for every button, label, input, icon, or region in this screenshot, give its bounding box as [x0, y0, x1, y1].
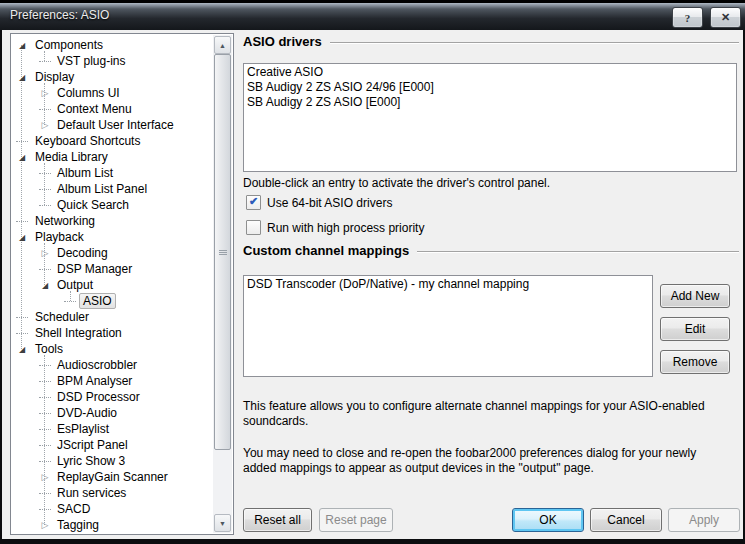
expanded-icon[interactable]: ◢ [16, 153, 28, 162]
tree-item-label: Default User Interface [54, 118, 177, 132]
tree-item-dsp-manager[interactable]: DSP Manager [11, 261, 213, 277]
use-64bit-checkbox[interactable]: ✔ Use 64-bit ASIO drivers [246, 195, 392, 210]
tree-item-label: Display [32, 70, 77, 84]
expanded-icon[interactable]: ◢ [16, 41, 28, 50]
apply-button[interactable]: Apply [668, 508, 740, 532]
tree-connector [64, 301, 76, 302]
help-button[interactable]: ? [672, 7, 703, 28]
remove-button[interactable]: Remove [660, 350, 730, 374]
tree-item-label: Tools [32, 342, 66, 356]
tree-item-quick-search[interactable]: Quick Search [11, 197, 213, 213]
tree-item-label: Quick Search [54, 198, 132, 212]
tree-item-label: Playback [32, 230, 87, 244]
reset-all-button[interactable]: Reset all [243, 508, 312, 532]
tree-item-asio[interactable]: ASIO [11, 293, 213, 309]
tree-item-label: Networking [32, 214, 98, 228]
collapsed-icon[interactable]: ▷ [39, 472, 51, 482]
scroll-up-button[interactable]: ▲ [214, 36, 231, 54]
tree-item-networking[interactable]: Networking [11, 213, 213, 229]
collapsed-icon[interactable]: ▷ [39, 248, 51, 258]
tree-item-playback[interactable]: ◢Playback [11, 229, 213, 245]
expanded-icon[interactable]: ◢ [16, 345, 28, 354]
tree-item-album-list[interactable]: Album List [11, 165, 213, 181]
tree-item-default-user-interface[interactable]: ▷Default User Interface [11, 117, 213, 133]
tree-item-label: Scheduler [32, 310, 92, 324]
tree-item-dsd-processor[interactable]: DSD Processor [11, 389, 213, 405]
tree-item-vst-plug-ins[interactable]: VST plug-ins [11, 53, 213, 69]
collapsed-icon[interactable]: ▷ [39, 120, 51, 130]
tree-item-replaygain-scanner[interactable]: ▷ReplayGain Scanner [11, 469, 213, 485]
tree-item-label: Components [32, 38, 106, 52]
tree-scrollbar[interactable]: ▲ ▼ [213, 35, 232, 533]
tree-item-audioscrobbler[interactable]: Audioscrobbler [11, 357, 213, 373]
tree-item-run-services[interactable]: Run services [11, 485, 213, 501]
channel-mapping-list[interactable]: DSD Transcoder (DoP/Native) - my channel… [243, 275, 653, 377]
close-button[interactable]: ✕ [710, 7, 741, 28]
asio-drivers-heading: ASIO drivers [243, 34, 739, 49]
tree-item-label: Keyboard Shortcuts [32, 134, 143, 148]
tree-item-output[interactable]: ◢Output [11, 277, 213, 293]
tree-item-label: Output [54, 278, 96, 292]
edit-button[interactable]: Edit [660, 317, 730, 341]
tree-connector [16, 333, 28, 334]
tree-item-display[interactable]: ◢Display [11, 69, 213, 85]
tree-item-shell-integration[interactable]: Shell Integration [11, 325, 213, 341]
preferences-dialog: Preferences: ASIO ? ✕ ◢ComponentsVST plu… [0, 0, 745, 544]
expanded-icon[interactable]: ◢ [16, 233, 28, 242]
tree-item-tagging[interactable]: ▷Tagging [11, 517, 213, 533]
tree-item-album-list-panel[interactable]: Album List Panel [11, 181, 213, 197]
checkbox-box[interactable]: ✔ [246, 195, 261, 210]
list-item[interactable]: DSD Transcoder (DoP/Native) - my channel… [244, 277, 652, 292]
scrollbar-thumb[interactable] [214, 54, 231, 450]
custom-mappings-heading-label: Custom channel mappings [243, 243, 409, 258]
tree-item-context-menu[interactable]: Context Menu [11, 101, 213, 117]
tree-item-keyboard-shortcuts[interactable]: Keyboard Shortcuts [11, 133, 213, 149]
tree-connector [39, 429, 51, 430]
tree-connector [16, 221, 28, 222]
high-priority-checkbox[interactable]: Run with high process priority [246, 220, 424, 235]
expanded-icon[interactable]: ◢ [16, 73, 28, 82]
tree-item-label: SACD [54, 502, 93, 516]
close-icon: ✕ [721, 11, 730, 24]
tree-item-sacd[interactable]: SACD [11, 501, 213, 517]
tree-item-scheduler[interactable]: Scheduler [11, 309, 213, 325]
tree-item-dvd-audio[interactable]: DVD-Audio [11, 405, 213, 421]
tree-item-esplaylist[interactable]: EsPlaylist [11, 421, 213, 437]
list-item[interactable]: SB Audigy 2 ZS ASIO 24/96 [E000] [244, 80, 736, 95]
tree-connector [39, 189, 51, 190]
tree-connector [39, 61, 51, 62]
tree-item-bpm-analyser[interactable]: BPM Analyser [11, 373, 213, 389]
help-icon: ? [685, 12, 691, 24]
tree-item-components[interactable]: ◢Components [11, 37, 213, 53]
tree-connector [39, 205, 51, 206]
collapsed-icon[interactable]: ▷ [39, 88, 51, 98]
checkbox-box[interactable] [246, 220, 261, 235]
tree-item-label: Media Library [32, 150, 111, 164]
ok-button[interactable]: OK [512, 508, 584, 532]
list-item[interactable]: SB Audigy 2 ZS ASIO [E000] [244, 95, 736, 110]
tree-item-label: Album List Panel [54, 182, 150, 196]
collapsed-icon[interactable]: ▷ [39, 520, 51, 530]
reset-page-button[interactable]: Reset page [319, 508, 393, 532]
expanded-icon[interactable]: ◢ [39, 281, 51, 290]
list-item[interactable]: Creative ASIO [244, 65, 736, 80]
tree-item-columns-ui[interactable]: ▷Columns UI [11, 85, 213, 101]
scroll-down-button[interactable]: ▼ [214, 514, 231, 532]
add-new-button[interactable]: Add New [660, 284, 730, 308]
cancel-button[interactable]: Cancel [590, 508, 662, 532]
tree-item-lyric-show-3[interactable]: Lyric Show 3 [11, 453, 213, 469]
asio-driver-list[interactable]: Creative ASIOSB Audigy 2 ZS ASIO 24/96 [… [243, 63, 737, 172]
tree-item-label: Shell Integration [32, 326, 125, 340]
asio-drivers-heading-label: ASIO drivers [243, 34, 322, 49]
tree-item-decoding[interactable]: ▷Decoding [11, 245, 213, 261]
window-title: Preferences: ASIO [10, 8, 109, 22]
tree-item-media-library[interactable]: ◢Media Library [11, 149, 213, 165]
tree-connector [39, 397, 51, 398]
tree-connector [39, 461, 51, 462]
tree-connector [39, 173, 51, 174]
tree-connector [39, 509, 51, 510]
tree-item-label: VST plug-ins [54, 54, 128, 68]
tree-item-tools[interactable]: ◢Tools [11, 341, 213, 357]
tree-item-jscript-panel[interactable]: JScript Panel [11, 437, 213, 453]
titlebar[interactable]: Preferences: ASIO ? ✕ [0, 0, 745, 30]
